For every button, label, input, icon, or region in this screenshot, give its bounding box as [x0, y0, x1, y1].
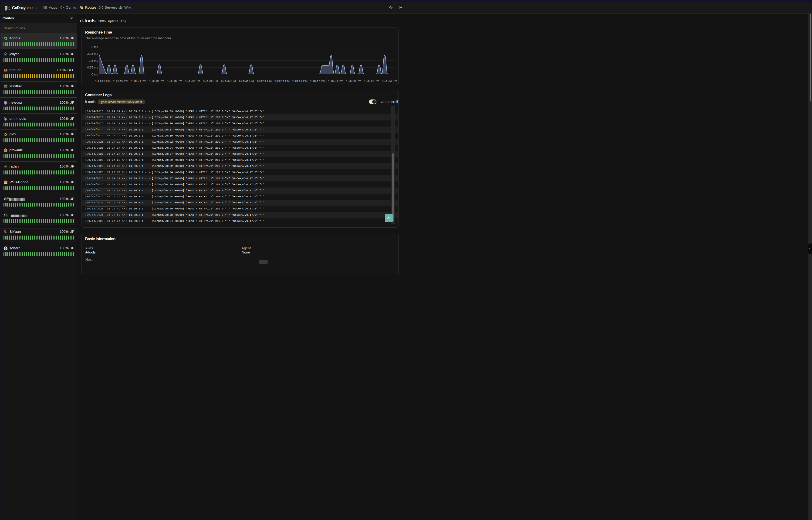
svg-text:Bridge: Bridge	[4, 183, 7, 184]
